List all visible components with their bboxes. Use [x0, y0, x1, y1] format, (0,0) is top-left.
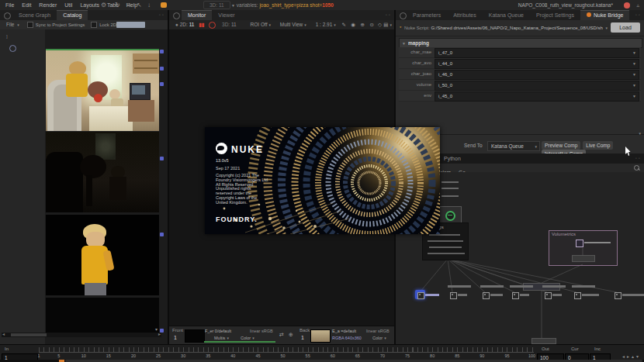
timeline-tick-85[interactable]: 85 [455, 353, 459, 358]
render-node-icon[interactable] [450, 292, 457, 299]
render-mode-indicator[interactable]: 3D: 11 [203, 1, 230, 9]
graph-state-variables[interactable]: ▼ variables: joao_shirt_type=pizza shot=… [230, 0, 334, 11]
timeline-tick-80[interactable]: 80 [430, 353, 435, 358]
timeline-tick-100[interactable]: 100 [528, 353, 535, 358]
timeline-tick-5[interactable]: 5 [57, 353, 60, 358]
timeline-tick-90[interactable]: 90 [480, 353, 484, 358]
node-bar[interactable] [510, 285, 533, 288]
timeline-tick-20[interactable]: 20 [131, 353, 136, 358]
tab-python[interactable]: Python [444, 153, 461, 164]
render-node-label[interactable] [552, 294, 562, 296]
scroll-right-icon[interactable]: ▸ [158, 331, 161, 336]
render-node-icon[interactable] [615, 292, 621, 299]
link-buffers-icon[interactable]: ⊕ [289, 332, 293, 338]
pane-buttons-icon[interactable]: ◦◦ [635, 156, 642, 160]
render-node-label[interactable] [425, 294, 439, 296]
pause-icon[interactable]: ▮▮ [199, 22, 204, 27]
render-node-label[interactable] [520, 294, 529, 296]
pointer-icon[interactable]: ↖ [137, 0, 142, 10]
timeline-tick-55[interactable]: 55 [306, 353, 310, 358]
render-node-label[interactable] [582, 294, 599, 296]
front-pass-label[interactable]: F_er 0/default [205, 329, 231, 333]
tab-nuke-bridge[interactable]: Nuke Bridge [580, 10, 630, 20]
highlighted-item[interactable] [116, 22, 145, 28]
load-button[interactable]: Load [611, 22, 640, 33]
catalog-thumbnail-black[interactable]: ▾ [46, 298, 159, 333]
mapping-value-dropdown[interactable]: i_47_0▼ [435, 48, 639, 58]
pane-buttons-icon[interactable]: ◦◦ [159, 12, 165, 17]
render-node-icon[interactable] [512, 292, 519, 299]
options-icon[interactable]: ▾ [636, 354, 641, 359]
eye-icon[interactable] [9, 45, 16, 52]
tab-katana-queue[interactable]: Katana Queue [483, 10, 530, 20]
timeline-tick-95[interactable]: 95 [504, 353, 509, 358]
tab-catalog[interactable]: Catalog [57, 10, 88, 20]
gear-icon[interactable]: ⚙ [101, 0, 106, 10]
target-icon[interactable]: ⊙ [370, 20, 374, 29]
pane-menu-icon[interactable] [400, 12, 407, 19]
tab-monitor[interactable]: Monitor [182, 10, 212, 20]
zoom-ratio-dropdown[interactable]: 1 : 2.91 [316, 22, 333, 27]
layers-icon[interactable]: ▤▾ [383, 20, 392, 29]
tab-parameters[interactable]: Parameters [407, 10, 447, 20]
pencil-icon[interactable]: ✎ [342, 20, 346, 29]
render-node-icon[interactable] [545, 292, 552, 299]
roi-dropdown[interactable]: ROI Off [251, 22, 268, 27]
catalog-hscrollbar[interactable]: ◂ ▸ [2, 333, 161, 337]
render-node-label[interactable] [458, 294, 467, 296]
node-bar[interactable] [584, 242, 611, 243]
timeline-tick-1[interactable]: 1 [37, 353, 40, 358]
tab-attributes[interactable]: Attributes [447, 10, 483, 20]
search-icon[interactable] [634, 165, 639, 171]
scroll-left-icon[interactable]: ◂ [2, 331, 5, 336]
catalog-marker[interactable] [160, 50, 164, 53]
pane-menu-icon[interactable] [173, 12, 180, 19]
node-bar[interactable] [441, 181, 459, 183]
nuke-script-path[interactable]: G:/Shared drives/Assets/06_NAPO/2_Napo_K… [431, 26, 602, 30]
download-icon[interactable]: ↓ [147, 0, 151, 10]
render-node-label[interactable] [622, 294, 644, 296]
timeline-tick-30[interactable]: 30 [181, 353, 185, 358]
send-queue-dropdown[interactable]: Katana Queue▾ [487, 141, 540, 151]
render-node-label[interactable] [490, 294, 503, 296]
node-bar[interactable] [480, 285, 504, 288]
tab-scene-graph[interactable]: Scene Graph [12, 10, 57, 20]
timeline-tick-60[interactable]: 60 [331, 353, 335, 358]
diamond-icon[interactable]: ◇ [378, 20, 382, 29]
preview-comp-button[interactable]: Preview Comp [542, 141, 580, 150]
render-node-icon[interactable] [483, 292, 490, 299]
menu-layouts[interactable]: Layouts [80, 0, 99, 10]
window-title[interactable]: NAPO_C008_ruth_view_roughout.katana* [518, 0, 613, 10]
catalog-marker[interactable] [160, 233, 164, 236]
timeline-tick-65[interactable]: 65 [355, 353, 360, 358]
tab-viewer[interactable]: Viewer [212, 10, 241, 20]
front-channel-dropdown[interactable]: Color▾ [241, 336, 254, 340]
menu-util[interactable]: Util [64, 0, 72, 10]
timeline-tick-40[interactable]: 40 [230, 353, 235, 358]
timeline-tick-70[interactable]: 70 [380, 353, 385, 358]
chevron-down-icon[interactable]: ▾ [606, 26, 608, 30]
refresh-icon[interactable]: ↻ [115, 0, 120, 10]
node-bar[interactable] [572, 285, 595, 288]
node-bar[interactable] [441, 195, 459, 197]
render-node-icon[interactable] [417, 292, 424, 299]
eyedropper-icon[interactable]: ◉ [351, 20, 355, 29]
catalog-marker[interactable] [160, 67, 164, 71]
mapping-value-dropdown[interactable]: i_50_0▼ [435, 81, 639, 91]
menu-edit[interactable]: Edit [22, 0, 31, 10]
render-node-icon[interactable] [574, 292, 581, 299]
tab-project-settings[interactable]: Project Settings [530, 10, 580, 20]
menu-render[interactable]: Render [39, 0, 57, 10]
catalog-thumbnail-room-dark[interactable] [46, 132, 159, 212]
window-menu-icon[interactable]: ▵ [636, 0, 639, 10]
catalog-thumbnail-room-lit[interactable] [46, 49, 159, 131]
front-buffer-thumb[interactable] [185, 329, 205, 343]
catalog-file-menu[interactable]: File [6, 22, 14, 27]
back-pass-label[interactable]: E_a =default [332, 329, 356, 333]
timeline-tick-25[interactable]: 25 [156, 353, 161, 358]
back-frame-value[interactable]: 1 [301, 335, 304, 340]
node[interactable] [531, 338, 556, 344]
pane-buttons-icon[interactable]: ◦◦ [635, 12, 642, 17]
catalog-marker[interactable] [160, 157, 164, 160]
catalog-thumbnail-boy[interactable] [46, 215, 159, 295]
